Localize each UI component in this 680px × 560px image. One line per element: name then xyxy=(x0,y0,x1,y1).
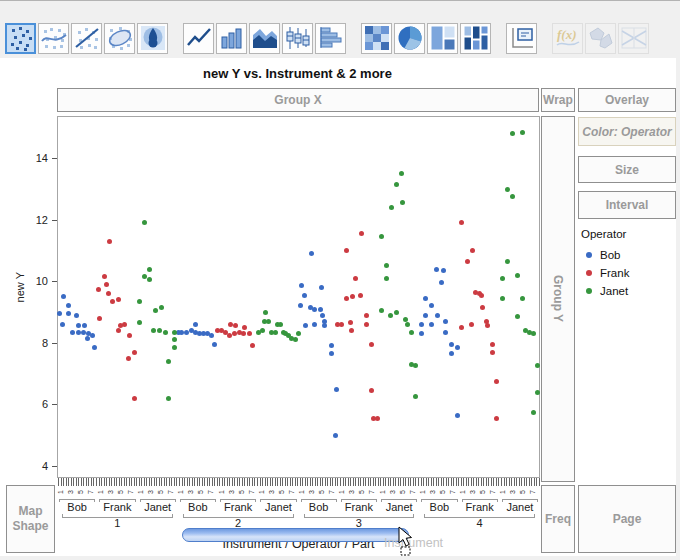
data-point[interactable] xyxy=(126,356,131,361)
data-point[interactable] xyxy=(319,285,324,290)
data-point[interactable] xyxy=(107,239,112,244)
data-point[interactable] xyxy=(70,330,75,335)
data-point[interactable] xyxy=(142,274,147,279)
data-point[interactable] xyxy=(278,322,283,327)
data-point[interactable] xyxy=(441,268,446,273)
data-point[interactable] xyxy=(510,194,515,199)
data-point[interactable] xyxy=(369,342,374,347)
data-point[interactable] xyxy=(76,330,81,335)
heatmap-icon[interactable] xyxy=(361,23,392,54)
histogram-icon[interactable] xyxy=(315,23,346,54)
data-point[interactable] xyxy=(137,320,142,325)
contour-icon[interactable] xyxy=(137,23,168,54)
data-point[interactable] xyxy=(147,267,152,272)
data-point[interactable] xyxy=(409,330,414,335)
data-point[interactable] xyxy=(423,296,428,301)
data-point[interactable] xyxy=(116,297,121,302)
data-point[interactable] xyxy=(419,322,424,327)
data-point[interactable] xyxy=(520,296,525,301)
data-point[interactable] xyxy=(480,305,485,310)
data-point[interactable] xyxy=(364,322,369,327)
data-point[interactable] xyxy=(312,322,317,327)
data-point[interactable] xyxy=(505,259,510,264)
data-point[interactable] xyxy=(449,342,454,347)
data-point[interactable] xyxy=(515,273,520,278)
caption-box-icon[interactable] xyxy=(506,23,537,54)
data-point[interactable] xyxy=(172,330,177,335)
data-point[interactable] xyxy=(435,313,440,318)
data-point[interactable] xyxy=(350,294,355,299)
scatter-plot-area[interactable] xyxy=(57,116,540,478)
data-point[interactable] xyxy=(97,316,102,321)
data-point[interactable] xyxy=(344,248,349,253)
data-point[interactable] xyxy=(85,336,90,341)
data-point[interactable] xyxy=(443,319,448,324)
data-point[interactable] xyxy=(296,331,301,336)
data-point[interactable] xyxy=(479,293,484,298)
data-point[interactable] xyxy=(349,328,354,333)
map-shape-drop-zone[interactable]: Map Shape xyxy=(6,485,55,553)
data-point[interactable] xyxy=(116,328,121,333)
data-point[interactable] xyxy=(400,200,405,205)
data-point[interactable] xyxy=(166,396,171,401)
page-drop-zone[interactable]: Page xyxy=(578,485,676,553)
data-point[interactable] xyxy=(172,345,177,350)
data-point[interactable] xyxy=(151,328,156,333)
data-point[interactable] xyxy=(263,310,268,315)
data-point[interactable] xyxy=(459,220,464,225)
data-point[interactable] xyxy=(455,345,460,350)
data-point[interactable] xyxy=(531,410,536,415)
freq-drop-zone[interactable]: Freq xyxy=(541,485,575,553)
data-point[interactable] xyxy=(110,299,115,304)
mosaic-icon[interactable] xyxy=(460,23,491,54)
data-point[interactable] xyxy=(147,277,152,282)
data-point[interactable] xyxy=(106,291,111,296)
data-point[interactable] xyxy=(339,322,344,327)
data-point[interactable] xyxy=(353,276,358,281)
data-point[interactable] xyxy=(358,293,363,298)
data-point[interactable] xyxy=(520,130,525,135)
data-point[interactable] xyxy=(228,322,233,327)
data-point[interactable] xyxy=(172,337,177,342)
data-point[interactable] xyxy=(92,345,97,350)
data-point[interactable] xyxy=(127,333,132,338)
data-point[interactable] xyxy=(293,337,298,342)
data-point[interactable] xyxy=(443,330,448,335)
data-point[interactable] xyxy=(142,220,147,225)
data-point[interactable] xyxy=(459,325,464,330)
bar-chart-icon[interactable] xyxy=(216,23,247,54)
data-point[interactable] xyxy=(61,294,66,299)
data-point[interactable] xyxy=(348,320,353,325)
line-chart-icon[interactable] xyxy=(183,23,214,54)
data-point[interactable] xyxy=(102,274,107,279)
line-of-fit-icon[interactable] xyxy=(71,23,102,54)
data-point[interactable] xyxy=(96,287,101,292)
area-chart-icon[interactable] xyxy=(249,23,280,54)
data-point[interactable] xyxy=(266,319,271,324)
data-point[interactable] xyxy=(312,307,317,312)
data-point[interactable] xyxy=(505,187,510,192)
legend-item[interactable]: Frank xyxy=(586,265,629,281)
data-point[interactable] xyxy=(179,330,184,335)
legend-item[interactable]: Bob xyxy=(586,247,620,263)
data-point[interactable] xyxy=(329,351,334,356)
data-point[interactable] xyxy=(434,267,439,272)
data-point[interactable] xyxy=(394,182,399,187)
data-point[interactable] xyxy=(232,331,237,336)
data-point[interactable] xyxy=(333,433,338,438)
data-point[interactable] xyxy=(66,311,71,316)
smoother-icon[interactable] xyxy=(38,23,69,54)
ellipse-icon[interactable] xyxy=(104,23,135,54)
data-point[interactable] xyxy=(137,299,142,304)
color-drop-zone[interactable]: Color: Operator xyxy=(578,117,676,146)
overlay-drop-zone[interactable]: Overlay xyxy=(578,88,676,112)
data-point[interactable] xyxy=(413,394,418,399)
data-point[interactable] xyxy=(159,305,164,310)
data-point[interactable] xyxy=(318,307,323,312)
data-point[interactable] xyxy=(60,322,65,327)
data-point[interactable] xyxy=(166,359,171,364)
data-point[interactable] xyxy=(375,416,380,421)
data-point[interactable] xyxy=(494,416,499,421)
data-point[interactable] xyxy=(104,282,109,287)
data-point[interactable] xyxy=(515,314,520,319)
